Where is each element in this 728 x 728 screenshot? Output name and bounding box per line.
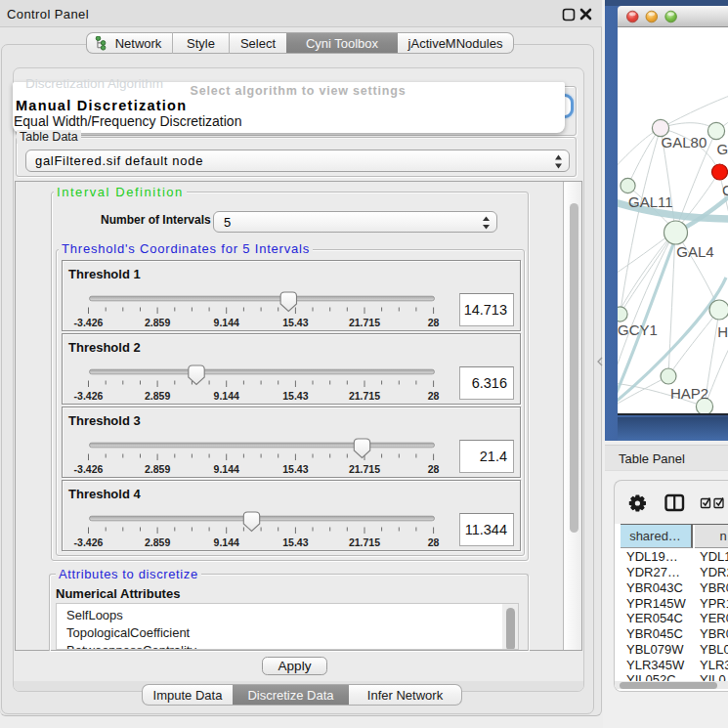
svg-text:15.43: 15.43	[282, 536, 308, 548]
svg-text:21.715: 21.715	[349, 317, 380, 328]
svg-text:2.859: 2.859	[145, 390, 170, 402]
svg-text:9.144: 9.144	[214, 317, 239, 328]
svg-text:-3.426: -3.426	[74, 317, 104, 328]
svg-text:9.144: 9.144	[214, 390, 239, 402]
svg-text:C: C	[722, 182, 728, 198]
svg-text:28: 28	[428, 536, 440, 548]
svg-text:15.43: 15.43	[282, 390, 308, 402]
svg-text:21.715: 21.715	[349, 463, 380, 475]
svg-text:GA: GA	[716, 141, 728, 157]
svg-text:GAL80: GAL80	[662, 134, 707, 150]
svg-text:2.859: 2.859	[145, 317, 170, 328]
svg-text:-3.426: -3.426	[74, 463, 104, 475]
svg-text:HAP2: HAP2	[670, 385, 708, 402]
svg-text:GAL11: GAL11	[628, 193, 673, 210]
svg-text:-3.426: -3.426	[74, 536, 104, 548]
svg-text:2.859: 2.859	[145, 536, 170, 548]
svg-text:GCY1: GCY1	[618, 321, 658, 338]
svg-text:9.144: 9.144	[214, 536, 239, 548]
svg-text:-3.426: -3.426	[74, 390, 104, 402]
svg-text:2.859: 2.859	[145, 463, 170, 475]
svg-text:28: 28	[428, 390, 440, 402]
svg-text:21.715: 21.715	[349, 390, 380, 402]
svg-text:28: 28	[428, 463, 440, 475]
svg-text:15.43: 15.43	[282, 463, 308, 475]
svg-text:15.43: 15.43	[282, 317, 308, 328]
svg-text:H: H	[717, 323, 728, 340]
svg-text:28: 28	[428, 317, 440, 328]
svg-text:9.144: 9.144	[214, 463, 239, 475]
svg-text:21.715: 21.715	[349, 536, 380, 548]
svg-text:GAL4: GAL4	[676, 243, 713, 260]
